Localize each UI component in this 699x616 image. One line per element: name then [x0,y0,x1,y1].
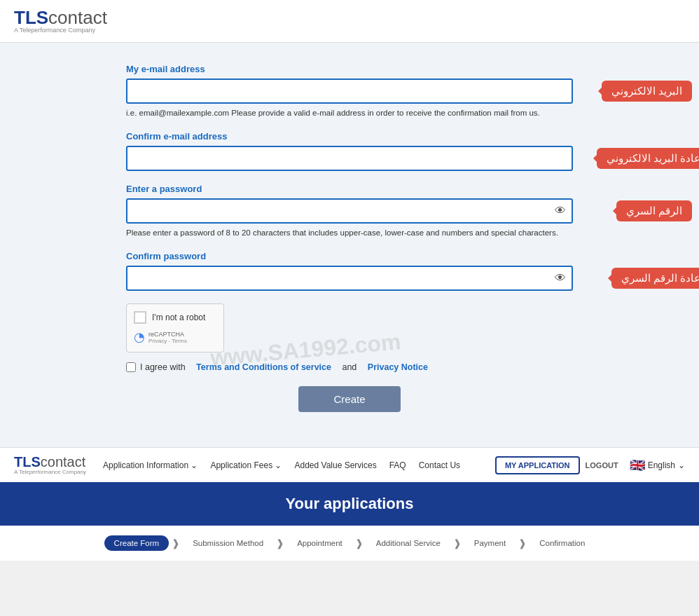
password-group: Enter a password 👁 الرقم السري Please en… [126,184,573,238]
header-logo: TLScontact A Teleperformance Company [14,8,107,34]
recaptcha-links: Privacy - Terms [148,338,187,344]
registration-form: www.SA1992.com My e-mail address البريد … [126,64,573,412]
password-input[interactable] [126,198,573,224]
email-input[interactable] [126,78,573,104]
nav-added-value[interactable]: Added Value Services [289,458,382,473]
recaptcha-label: I'm not a robot [152,313,205,322]
email-label: My e-mail address [126,64,573,74]
confirm-password-input[interactable] [126,266,573,291]
confirm-password-input-wrapper: 👁 اعادة الرقم السري [126,266,573,291]
step-arrow-5: ❱ [518,538,527,549]
step-additional-service-label[interactable]: Additional Service [366,535,450,551]
step-arrow-2: ❱ [276,538,284,549]
language-selector[interactable]: 🇬🇧 English ⌄ [630,458,685,473]
step-payment-label[interactable]: Payment [464,535,515,551]
password-eye-icon[interactable]: 👁 [555,205,566,217]
confirm-password-group: Confirm password 👁 اعادة الرقم السري [126,251,573,291]
confirm-password-eye-icon[interactable]: 👁 [555,272,566,285]
step-arrow-4: ❱ [453,538,462,549]
step-confirmation: Confirmation [530,535,595,551]
nav-contact[interactable]: Contact Us [413,458,466,473]
recaptcha-brand: reCAPTCHA [148,331,187,338]
step-appointment-label[interactable]: Appointment [287,535,352,551]
language-chevron: ⌄ [678,460,685,470]
confirm-password-label: Confirm password [126,251,573,261]
create-btn-wrapper: Create [126,386,573,412]
terms-checkbox[interactable] [126,362,136,372]
step-payment: Payment [464,535,515,551]
logout-button[interactable]: LOGOUT [580,458,624,473]
my-application-button[interactable]: MY APPLICATION [495,456,580,474]
step-create-form: Create Form [104,535,169,551]
stepper: Create Form ❱ Submission Method ❱ Appoin… [0,526,699,561]
recaptcha-checkbox[interactable] [134,311,146,324]
bottom-logo-sub: A Teleperformance Company [14,469,86,475]
terms-link2[interactable]: Privacy Notice [368,362,428,372]
your-applications-banner: Your applications [0,482,699,526]
terms-link1[interactable]: Terms and Conditions of service [196,362,331,372]
confirm-email-input-wrapper: اعادة البريد الالكتروني [126,146,573,171]
password-label: Enter a password [126,184,573,194]
step-create-form-label[interactable]: Create Form [104,535,169,551]
nav-application-fees[interactable]: Application Fees ⌄ [205,458,287,473]
step-arrow-3: ❱ [355,538,364,549]
step-appointment: Appointment [287,535,352,551]
email-tooltip-ar: البريد الالكتروني [602,81,692,102]
flag-icon: 🇬🇧 [630,458,645,473]
password-input-wrapper: 👁 الرقم السري [126,198,573,224]
email-input-wrapper: البريد الالكتروني [126,78,573,104]
confirm-email-tooltip-ar: اعادة البريد الالكتروني [597,148,699,169]
recaptcha-inner: I'm not a robot [134,311,216,324]
recaptcha-icon: ◔ [134,329,145,345]
bottom-logo: TLScontact A Teleperformance Company [14,455,86,475]
step-confirmation-label[interactable]: Confirmation [530,535,595,551]
logo-text: TLScontact [14,8,107,27]
your-applications-title: Your applications [13,495,686,513]
step-submission-method-label[interactable]: Submission Method [183,535,273,551]
recaptcha-box[interactable]: I'm not a robot ◔ reCAPTCHA Privacy - Te… [126,303,224,353]
step-arrow-1: ❱ [172,538,180,549]
password-tooltip-ar: الرقم السري [616,200,692,221]
nav-application-info[interactable]: Application Information ⌄ [97,458,203,473]
recaptcha-footer: ◔ reCAPTCHA Privacy - Terms [134,329,216,345]
step-submission-method: Submission Method [183,535,273,551]
step-additional-service: Additional Service [366,535,450,551]
bottom-logo-text: TLScontact [14,455,85,469]
email-group: My e-mail address البريد الالكتروني i.e.… [126,64,573,118]
top-header: TLScontact A Teleperformance Company [0,0,699,43]
password-hint: Please enter a password of 8 to 20 chara… [126,227,573,238]
terms-text: I agree with [140,362,186,372]
confirm-email-input[interactable] [126,146,573,171]
confirm-email-label: Confirm e-mail address [126,131,573,142]
terms-and: and [342,362,357,372]
nav-faq[interactable]: FAQ [384,458,412,473]
logo-subtext: A Teleperformance Company [14,27,107,34]
create-button[interactable]: Create [298,386,400,412]
confirm-email-group: Confirm e-mail address اعادة البريد الال… [126,131,573,171]
main-content: www.SA1992.com My e-mail address البريد … [0,43,699,447]
email-hint: i.e. email@mailexample.com Please provid… [126,107,573,118]
confirm-password-tooltip-ar: اعادة الرقم السري [611,268,699,289]
terms-row: I agree with Terms and Conditions of ser… [126,362,573,372]
bottom-navbar: TLScontact A Teleperformance Company App… [0,447,699,482]
language-label: English [648,460,675,470]
nav-links: Application Information ⌄ Application Fe… [97,458,495,473]
